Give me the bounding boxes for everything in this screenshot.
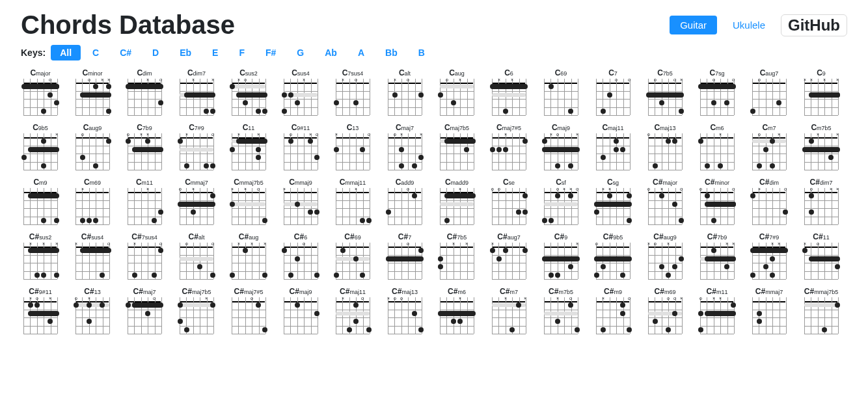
chord-card[interactable]: Caug7o (750, 68, 789, 115)
chord-card[interactable]: Cdim×o (125, 68, 164, 115)
chord-card[interactable]: Cmmaj9× (281, 178, 320, 224)
chord-card[interactable]: Cm6× (698, 123, 737, 170)
chord-card[interactable]: Caugo× (437, 68, 476, 115)
chord-card[interactable]: C#9× (541, 232, 580, 279)
chord-card[interactable]: C69 (541, 68, 580, 115)
chord-card[interactable]: Cmaj13o (645, 123, 685, 170)
chord-card[interactable]: C#m6× (437, 287, 476, 334)
chord-card[interactable]: C7b5oo× (645, 68, 685, 115)
chord-card[interactable]: C#maj13×oo (385, 287, 424, 334)
chord-card[interactable]: C#maj11×o (333, 287, 372, 334)
key-button-c[interactable]: C (83, 45, 108, 60)
chord-card[interactable]: C#sus4×o (73, 232, 112, 279)
key-button-f[interactable]: F (230, 45, 254, 60)
chord-card[interactable]: Cm7b5×× (802, 123, 841, 170)
chord-card[interactable]: C#dim×o (750, 178, 789, 224)
key-button-g[interactable]: G (288, 45, 313, 60)
chord-card[interactable]: C#6o (281, 232, 320, 279)
key-button-ab[interactable]: Ab (316, 45, 346, 60)
chord-card[interactable]: Cmaj7o×× (385, 123, 424, 170)
key-button-e[interactable]: E (203, 45, 227, 60)
chord-card[interactable]: C#m9×o (593, 287, 632, 334)
chord-card[interactable]: C7#9×o (177, 123, 216, 170)
chord-card[interactable]: C7sus4×o (333, 68, 372, 115)
chord-card[interactable]: C#aug××× (229, 232, 268, 279)
chord-card[interactable]: Cm11× (125, 178, 164, 224)
chord-card[interactable]: C#maj9 (281, 287, 320, 334)
chord-card[interactable]: C9×××× (802, 68, 841, 115)
chord-card[interactable]: Cmaj9×o× (541, 123, 580, 170)
key-button-bb[interactable]: Bb (376, 45, 407, 60)
chord-card[interactable]: Cadd9o (385, 178, 424, 224)
key-button-fsharp[interactable]: F# (256, 45, 285, 60)
chord-card[interactable]: C#7o (385, 232, 424, 279)
chord-card[interactable]: Cmmaj7o× (177, 178, 216, 224)
chord-card[interactable]: Cmmaj7b5××o (229, 178, 268, 224)
key-button-all[interactable]: All (51, 45, 81, 60)
chord-card[interactable]: C#m69oo× (645, 287, 685, 334)
chord-card[interactable]: C13×o (333, 123, 372, 170)
chord-card[interactable]: Cmajoro (21, 68, 60, 115)
instrument-guitar-button[interactable]: Guitar (670, 16, 717, 34)
chord-card[interactable]: C#maj7b5× (177, 287, 216, 334)
chord-card[interactable]: Caug9o (73, 123, 112, 170)
chord-card[interactable]: C#9#11×o× (21, 287, 60, 334)
key-button-eb[interactable]: Eb (170, 45, 200, 60)
chord-card[interactable]: Cmmaj11× (333, 178, 372, 224)
instrument-ukulele-button[interactable]: Ukulele (725, 16, 773, 34)
chord-card[interactable]: C#maj7#5o (229, 287, 268, 334)
chord-card[interactable]: Cmaj7#5× (489, 123, 528, 170)
chord-card[interactable]: C#7#9×× (750, 232, 789, 279)
chord-card[interactable]: Csus4× (281, 68, 320, 115)
chord-card[interactable]: C#sus2××× (21, 232, 60, 279)
chord-card[interactable]: Cm7o× (750, 123, 789, 170)
chord-card[interactable]: C#majoro×o (645, 178, 685, 224)
chord-card[interactable]: C9#11o×o (281, 123, 320, 170)
chord-card[interactable]: C#m11o×× (698, 287, 737, 334)
fretboard: ×× (492, 79, 526, 115)
fretboard: ×o (804, 243, 838, 279)
chord-card[interactable]: C#mmaj7b5 (802, 287, 841, 334)
chord-card[interactable]: C7sgoo (698, 68, 737, 115)
chord-card[interactable]: C7oo (593, 68, 632, 115)
chord-card[interactable]: C7b9o×× (125, 123, 164, 170)
key-button-csharp[interactable]: C# (111, 45, 141, 60)
fretboard (336, 243, 370, 279)
chord-card[interactable]: C#minoroo (698, 178, 737, 224)
chord-card[interactable]: C#7sus4×o (125, 232, 164, 279)
chord-card[interactable]: C#13o× (73, 287, 112, 334)
chord-card[interactable]: C#maj7o (125, 287, 164, 334)
chord-card[interactable]: Cm9 (21, 178, 60, 224)
chord-card[interactable]: Csg×× (593, 178, 632, 224)
chord-card[interactable]: C#11×o (802, 232, 841, 279)
chord-card[interactable]: Csfo××o (541, 178, 580, 224)
chord-card[interactable]: C6×× (489, 68, 528, 115)
chord-card[interactable]: Cseoo (489, 178, 528, 224)
chord-card[interactable]: C9b5× (21, 123, 60, 170)
chord-card[interactable]: C#mmaj7 (750, 287, 789, 334)
key-button-b[interactable]: B (409, 45, 434, 60)
chord-card[interactable]: Csus2×o (229, 68, 268, 115)
chord-card[interactable]: C#altoo (177, 232, 216, 279)
chord-card[interactable]: C#69 (333, 232, 372, 279)
chord-card[interactable]: Cmadd9× (437, 178, 476, 224)
chord-card[interactable]: Cmaj11 (593, 123, 632, 170)
chord-card[interactable]: C#aug9×o× (645, 232, 685, 279)
chord-card[interactable]: C#7b5×× (437, 232, 476, 279)
chord-card[interactable]: C#7b9×× (698, 232, 737, 279)
chord-card[interactable]: C#m7×× (489, 287, 528, 334)
chord-card[interactable]: Cdim7×× (177, 68, 216, 115)
github-link[interactable]: GitHub (781, 14, 847, 36)
chord-card[interactable]: Cmaj7b5 (437, 123, 476, 170)
chord-card[interactable]: C#m7b5×o (541, 287, 580, 334)
chord-card[interactable]: C11×× (229, 123, 268, 170)
chord-name: Csf (556, 178, 566, 187)
key-button-a[interactable]: A (349, 45, 373, 60)
chord-card[interactable]: Cminoro×× (73, 68, 112, 115)
chord-card[interactable]: C#dim7o×× (802, 178, 841, 224)
key-button-d[interactable]: D (143, 45, 168, 60)
chord-card[interactable]: Cm69× (73, 178, 112, 224)
chord-card[interactable]: C#aug7× (489, 232, 528, 279)
chord-card[interactable]: C#9b5o (593, 232, 632, 279)
chord-card[interactable]: Calt×o (385, 68, 424, 115)
